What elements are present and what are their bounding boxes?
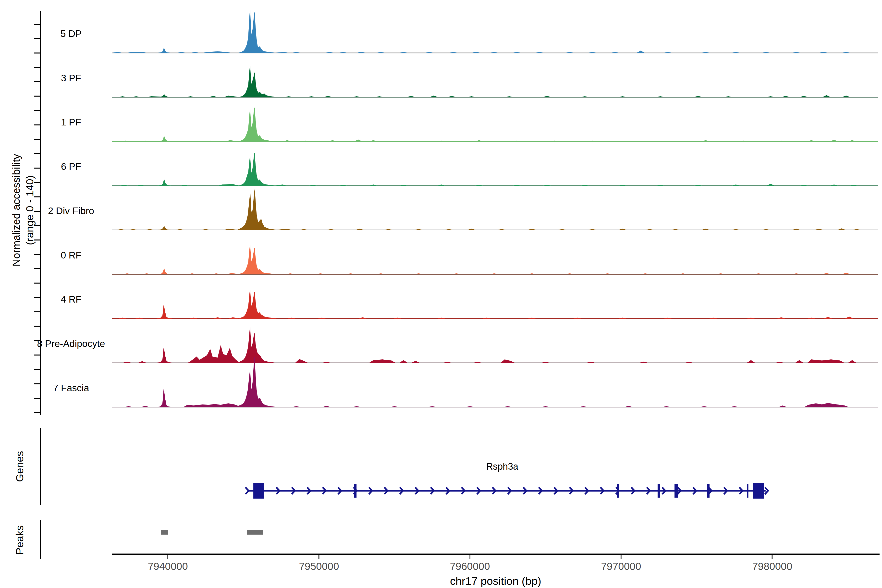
signal-area-1-pf: [112, 108, 878, 142]
gene-exon-0: [254, 483, 264, 499]
signal-area-7-fascia: [112, 357, 878, 407]
x-tick-label-7980000: 7980000: [723, 561, 821, 572]
signal-area-8-pre-adipocyte: [112, 327, 878, 363]
peak-region-0: [161, 530, 168, 535]
track-label-1-pf: 1 PF: [29, 117, 113, 128]
x-tick-label-7970000: 7970000: [572, 561, 670, 572]
genes-section-label: Genes: [14, 451, 26, 482]
gene-exon-1: [354, 484, 357, 498]
gene-exon-2: [617, 484, 620, 498]
plot-svg: [0, 0, 882, 588]
gene-exon-5: [707, 484, 710, 498]
gene-strand-arrow-icon: [246, 487, 249, 494]
track-label-7-fascia: 7 Fascia: [29, 383, 113, 393]
track-label-2-div-fibro: 2 Div Fibro: [29, 206, 113, 216]
gene-exon-4: [675, 484, 678, 498]
track-label-3-pf: 3 PF: [29, 73, 113, 84]
track-label-5-dp: 5 DP: [29, 28, 113, 39]
x-tick-label-7960000: 7960000: [421, 561, 519, 572]
signal-area-6-pf: [112, 153, 878, 186]
genome-browser-figure: Normalized accessibility (range 0 - 140)…: [0, 0, 882, 588]
gene-exon-7: [753, 483, 764, 499]
gene-exon-6: [747, 484, 748, 498]
y-axis-label-line1: Normalized accessibility: [10, 154, 22, 267]
x-axis-title: chr17 position (bp): [398, 575, 594, 588]
signal-area-0-rf: [112, 245, 878, 274]
track-label-4-rf: 4 RF: [29, 294, 113, 305]
peak-region-1: [247, 530, 263, 535]
track-label-6-pf: 6 PF: [29, 161, 113, 172]
track-label-8-pre-adipocyte: 8 Pre-Adipocyte: [29, 338, 113, 349]
gene-name-label: Rsph3a: [453, 461, 551, 472]
signal-area-4-rf: [112, 290, 878, 319]
x-tick-label-7940000: 7940000: [119, 561, 217, 572]
track-label-0-rf: 0 RF: [29, 250, 113, 261]
gene-exon-3: [658, 484, 660, 498]
x-tick-label-7950000: 7950000: [270, 561, 368, 572]
signal-area-3-pf: [112, 66, 878, 97]
peaks-section-label: Peaks: [14, 525, 26, 555]
signal-area-5-dp: [112, 10, 878, 53]
signal-area-2-div-fibro: [112, 190, 878, 230]
